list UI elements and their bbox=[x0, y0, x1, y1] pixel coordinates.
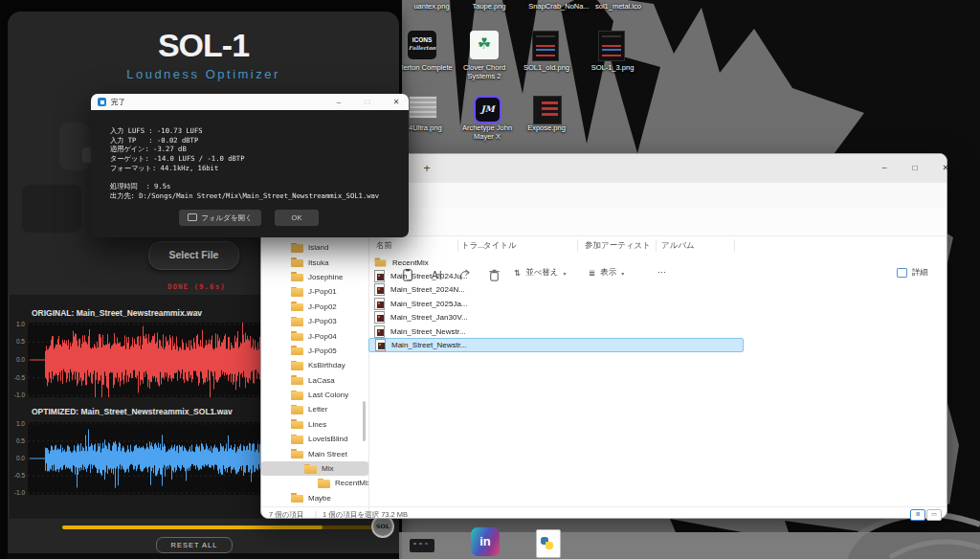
fullerton-icon: ICONSFullerton bbox=[408, 31, 436, 59]
original-wave-label: ORIGINAL: Main_Street_Newstreammix.wav bbox=[32, 308, 202, 318]
completion-dialog: 完了 – □ ✕ 入力 LUFS : -10.73 LUFS 入力 TP : -… bbox=[91, 94, 409, 237]
sidebar-item-j-pop04[interactable]: J-Pop04 bbox=[261, 328, 368, 343]
file-row-main-street-2024ju-1[interactable]: Main_Street_2024Ju... bbox=[368, 269, 744, 282]
sidebar-item-loveisblind[interactable]: LoveIsBlind bbox=[261, 432, 368, 446]
tree-scrollbar[interactable] bbox=[363, 401, 366, 441]
y-axis-tick-label: -1.0 bbox=[10, 489, 25, 496]
ok-button[interactable]: OK bbox=[275, 210, 319, 226]
app-screenshot-thumbnail-icon bbox=[532, 31, 559, 61]
sidebar-item-last-colony[interactable]: Last Colony bbox=[261, 388, 368, 402]
tree-item-label: Maybe bbox=[308, 494, 331, 503]
desktop-icon-expose-png[interactable] bbox=[533, 96, 562, 124]
desktop-icon-sol1-metal-ico[interactable]: sol1_metal.ico bbox=[582, 2, 655, 11]
file-row-main-street-2025ja-3[interactable]: Main_Street_2025Ja... bbox=[368, 297, 744, 310]
sidebar-item-maybe[interactable]: Maybe bbox=[261, 491, 368, 505]
y-axis-tick-label: 0.5 bbox=[10, 437, 25, 444]
sidebar-item-main-street[interactable]: Main Street bbox=[261, 446, 368, 460]
tree-item-label: Itsuka bbox=[308, 258, 328, 267]
tree-item-label: LaCasa bbox=[308, 376, 335, 385]
new-tab-button[interactable]: + bbox=[419, 161, 434, 176]
status-item-count: 7 個の項目 bbox=[269, 510, 303, 520]
desktop-icon-er4ultra-png[interactable] bbox=[409, 96, 437, 119]
dialog-minimize-button[interactable]: – bbox=[326, 95, 351, 109]
desktop-icon-taupe-png[interactable]: Taupe.png bbox=[463, 2, 515, 11]
file-name: Main_Street_2025Ja... bbox=[390, 300, 468, 308]
select-file-button[interactable]: Select File bbox=[148, 241, 239, 270]
column-header-1[interactable]: トラ... bbox=[461, 240, 484, 252]
desktop-icon-uantex-png[interactable]: uantex.png bbox=[403, 2, 460, 11]
file-row-main-street-newstr-6[interactable]: Main_Street_Newstr... bbox=[368, 338, 744, 351]
folder-icon bbox=[291, 287, 303, 297]
tree-item-label: LoveIsBlind bbox=[308, 435, 347, 443]
y-axis-tick-label: 0.0 bbox=[10, 356, 25, 363]
folder-icon bbox=[291, 257, 303, 267]
taskbar-python-file-icon[interactable] bbox=[536, 529, 561, 558]
dialog-app-icon bbox=[98, 98, 106, 106]
taskbar-mini-app-icon[interactable] bbox=[410, 539, 434, 552]
y-axis-tick-label: 1.0 bbox=[10, 321, 25, 327]
column-divider bbox=[457, 239, 458, 252]
file-name: Main_Street_Newstr... bbox=[390, 327, 466, 336]
file-name: Main_Street_Jan30V... bbox=[390, 313, 468, 322]
thumbnail-view-toggle[interactable]: ▭ bbox=[926, 509, 942, 521]
desktop-icon-sol-1-3-png[interactable] bbox=[598, 31, 625, 61]
file-row-main-street-2024n-2[interactable]: Main_Street_2024N... bbox=[368, 283, 744, 297]
audio-file-icon bbox=[375, 339, 386, 351]
tree-item-label: J-Pop05 bbox=[308, 347, 337, 355]
column-header-3[interactable]: 参加アーティスト bbox=[585, 240, 651, 252]
jm-monogram-icon: JM bbox=[474, 96, 501, 123]
desktop-icon-clover-chord-systems-2[interactable]: ☘ bbox=[470, 31, 499, 59]
app-screenshot-thumbnail-icon bbox=[598, 31, 625, 61]
file-name: RecentMix bbox=[392, 258, 429, 267]
control-panel-block[interactable] bbox=[22, 185, 81, 233]
sidebar-item-lines[interactable]: Lines bbox=[261, 417, 368, 432]
folder-icon bbox=[291, 331, 303, 341]
dialog-titlebar: 完了 – □ ✕ bbox=[91, 94, 409, 110]
list-view-toggle[interactable]: ≣ bbox=[910, 509, 925, 521]
sidebar-item-itsuka[interactable]: Itsuka bbox=[261, 255, 368, 269]
y-axis-tick-label: -1.0 bbox=[10, 391, 25, 398]
file-name: Main_Street_Newstr... bbox=[391, 341, 467, 349]
tree-item-label: Main Street bbox=[308, 450, 347, 458]
dialog-maximize-button: □ bbox=[355, 95, 380, 109]
sidebar-item-j-pop05[interactable]: J-Pop05 bbox=[261, 344, 368, 358]
desktop-icon-sol1-old-png[interactable] bbox=[532, 31, 559, 61]
column-divider bbox=[656, 239, 657, 252]
file-list-header: 名前トラ...タイトル参加アーティストアルバム^ bbox=[368, 235, 947, 253]
column-header-2[interactable]: タイトル bbox=[483, 240, 517, 252]
minimize-button[interactable]: – bbox=[870, 156, 899, 179]
file-row-main-street-newstr-5[interactable]: Main_Street_Newstr... bbox=[368, 324, 744, 338]
reset-all-button[interactable]: RESET ALL bbox=[156, 537, 233, 553]
sidebar-item-letter[interactable]: Letter bbox=[261, 402, 368, 416]
desktop-icon-archetype-john-mayer-x[interactable]: JM bbox=[474, 96, 501, 123]
sidebar-item-j-pop03[interactable]: J-Pop03 bbox=[261, 314, 368, 328]
folder-icon bbox=[291, 375, 303, 385]
folder-icon bbox=[291, 435, 303, 444]
gray-thumbnail-icon bbox=[409, 96, 437, 119]
sidebar-item-j-pop02[interactable]: J-Pop02 bbox=[261, 300, 368, 314]
maximize-button[interactable]: □ bbox=[901, 156, 929, 179]
sidebar-item-ksbirthday[interactable]: KsBirthday bbox=[261, 358, 368, 372]
sidebar-item-j-pop01[interactable]: J-Pop01 bbox=[261, 284, 368, 299]
column-header-0[interactable]: 名前 bbox=[376, 240, 392, 252]
y-axis-tick-label: 0.5 bbox=[10, 338, 25, 345]
sidebar-item-mix[interactable]: Mix bbox=[261, 461, 368, 476]
sidebar-item-lacasa[interactable]: LaCasa bbox=[261, 373, 368, 388]
folder-icon bbox=[291, 493, 303, 503]
dialog-close-button[interactable]: ✕ bbox=[384, 95, 409, 109]
sidebar-item-island[interactable]: Island bbox=[261, 240, 368, 255]
file-row-recentmix-0[interactable]: RecentMix bbox=[368, 256, 744, 269]
close-button[interactable]: ✕ bbox=[931, 156, 960, 179]
tree-item-label: Mix bbox=[322, 464, 333, 473]
file-row-main-street-jan30v-4[interactable]: Main_Street_Jan30V... bbox=[368, 311, 744, 324]
control-knob[interactable] bbox=[59, 123, 91, 170]
progress-bar-fill bbox=[62, 525, 323, 529]
open-folder-button[interactable]: フォルダを開く bbox=[179, 210, 261, 226]
column-header-4[interactable]: アルバム bbox=[661, 240, 695, 252]
folder-tree-pane: IslandItsukaJosephineJ-Pop01J-Pop02J-Pop… bbox=[261, 235, 369, 511]
sidebar-item-josephine[interactable]: Josephine bbox=[261, 270, 368, 284]
desktop-icon-fullerton-complete[interactable]: ICONSFullerton bbox=[408, 31, 436, 59]
tree-item-label: Last Colony bbox=[308, 391, 348, 399]
taskbar-in-app-icon[interactable]: in bbox=[471, 527, 500, 556]
sidebar-item-recentmix[interactable]: RecentMix bbox=[261, 476, 368, 490]
